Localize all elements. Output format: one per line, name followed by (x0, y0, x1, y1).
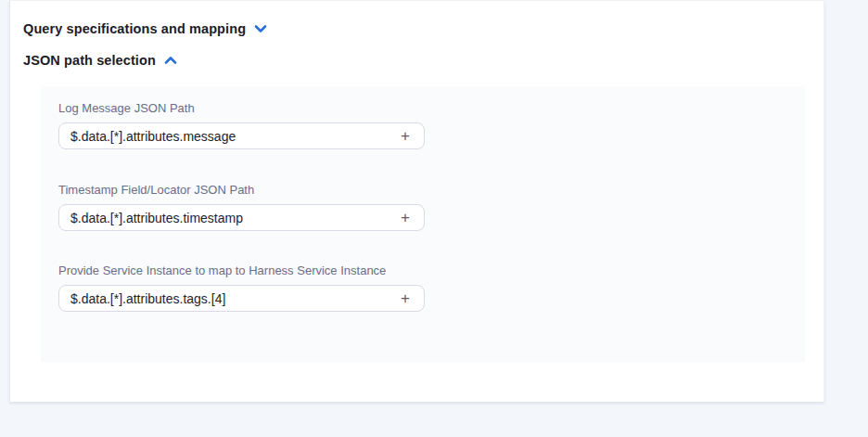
section-title: Query specifications and mapping (23, 21, 246, 36)
field-label: Log Message JSON Path (58, 101, 425, 115)
field-label: Timestamp Field/Locator JSON Path (58, 183, 425, 197)
log-message-json-path-inputbox: + (58, 122, 425, 149)
field-label: Provide Service Instance to map to Harne… (58, 263, 425, 277)
log-message-json-path-input[interactable] (70, 129, 397, 144)
content-card: Query specifications and mapping JSON pa… (9, 0, 824, 402)
section-title: JSON path selection (23, 53, 156, 68)
service-instance-path-inputbox: + (58, 285, 425, 312)
section-json-path-selection[interactable]: JSON path selection (23, 53, 177, 68)
plus-icon[interactable]: + (397, 128, 414, 145)
field-log-message-json-path: Log Message JSON Path + (58, 101, 425, 149)
json-path-panel: Log Message JSON Path + Timestamp Field/… (41, 86, 805, 362)
timestamp-json-path-inputbox: + (58, 204, 425, 231)
timestamp-json-path-input[interactable] (70, 211, 397, 225)
field-service-instance-path: Provide Service Instance to map to Harne… (58, 263, 425, 312)
chevron-down-icon (254, 24, 267, 33)
field-timestamp-json-path: Timestamp Field/Locator JSON Path + (58, 183, 425, 231)
service-instance-path-input[interactable] (70, 291, 397, 306)
plus-icon[interactable]: + (397, 210, 414, 226)
page: Query specifications and mapping JSON pa… (0, 0, 868, 437)
chevron-up-icon (164, 56, 177, 65)
plus-icon[interactable]: + (397, 290, 414, 307)
section-query-specifications[interactable]: Query specifications and mapping (23, 21, 267, 36)
